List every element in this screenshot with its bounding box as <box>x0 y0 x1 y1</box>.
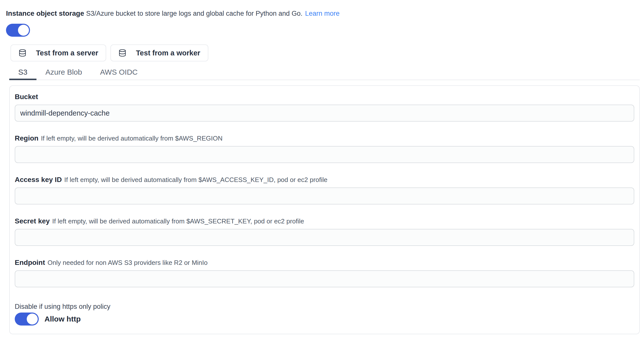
page-description: S3/Azure bucket to store large logs and … <box>86 10 302 17</box>
toggle-knob <box>27 314 38 325</box>
field-label: Secret key <box>15 217 50 225</box>
field-bucket: Bucket <box>15 93 634 122</box>
learn-more-link[interactable]: Learn more <box>305 10 340 17</box>
field-hint: If left empty, will be derived automatic… <box>64 176 327 183</box>
allow-http-row: Allow http <box>15 313 634 326</box>
object-storage-toggle[interactable] <box>6 24 30 37</box>
storage-provider-tabs: S3 Azure Blob AWS OIDC <box>9 65 640 80</box>
bucket-input[interactable] <box>15 105 634 122</box>
field-secret-key: Secret keyIf left empty, will be derived… <box>15 217 634 246</box>
access-key-id-input[interactable] <box>15 187 634 204</box>
s3-settings-card: Bucket RegionIf left empty, will be deri… <box>9 85 640 334</box>
field-hint: If left empty, will be derived automatic… <box>52 217 304 225</box>
field-label: Access key ID <box>15 176 62 183</box>
field-label: Bucket <box>15 93 38 101</box>
database-icon <box>18 49 26 57</box>
toggle-knob <box>18 25 29 36</box>
field-access-key-id: Access key IDIf left empty, will be deri… <box>15 175 634 204</box>
field-hint: Only needed for non AWS S3 providers lik… <box>48 259 208 266</box>
secret-key-input[interactable] <box>15 229 634 246</box>
test-from-server-label: Test from a server <box>36 49 98 57</box>
tab-s3[interactable]: S3 <box>9 65 36 80</box>
allow-http-note: Disable if using https only policy <box>15 302 634 311</box>
region-input[interactable] <box>15 146 634 163</box>
test-from-worker-label: Test from a worker <box>136 49 200 57</box>
test-from-server-button[interactable]: Test from a server <box>10 44 106 61</box>
instance-object-storage-settings: Instance object storageS3/Azure bucket t… <box>0 0 644 334</box>
field-region: RegionIf left empty, will be derived aut… <box>15 134 634 163</box>
field-hint: If left empty, will be derived automatic… <box>41 135 222 142</box>
endpoint-input[interactable] <box>15 270 634 287</box>
test-from-worker-button[interactable]: Test from a worker <box>110 44 208 61</box>
allow-http-label: Allow http <box>44 315 81 323</box>
tab-azure-blob[interactable]: Azure Blob <box>36 65 91 80</box>
field-label: Endpoint <box>15 259 45 266</box>
header: Instance object storageS3/Azure bucket t… <box>6 8 640 19</box>
s3-config-section: Test from a server Test from a worker S3… <box>9 44 640 334</box>
tab-label: S3 <box>18 68 28 76</box>
tab-label: AWS OIDC <box>100 68 138 76</box>
tab-label: Azure Blob <box>46 68 82 76</box>
allow-http-toggle[interactable] <box>15 313 39 326</box>
database-icon <box>118 49 126 57</box>
test-buttons-row: Test from a server Test from a worker <box>10 44 640 61</box>
field-label: Region <box>15 134 38 142</box>
page-title: Instance object storage <box>6 9 84 17</box>
tab-aws-oidc[interactable]: AWS OIDC <box>91 65 147 80</box>
s3-fields: Bucket RegionIf left empty, will be deri… <box>15 93 634 287</box>
field-endpoint: EndpointOnly needed for non AWS S3 provi… <box>15 258 634 287</box>
